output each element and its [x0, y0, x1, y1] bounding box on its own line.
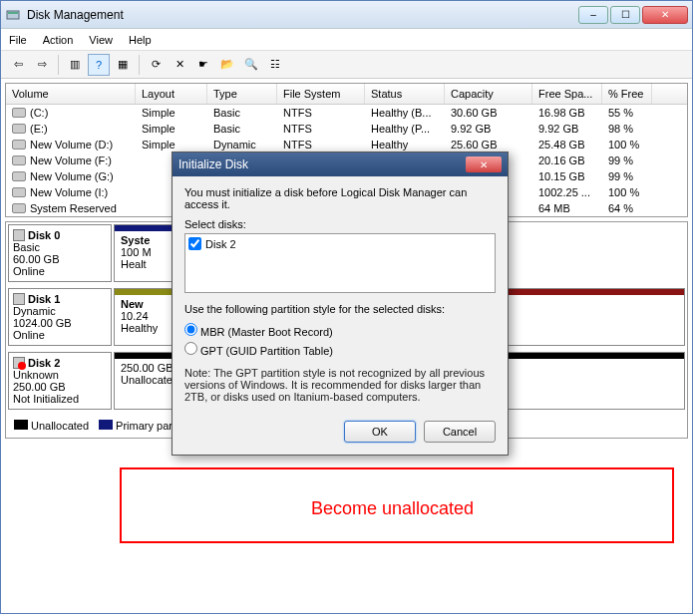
col-volume[interactable]: Volume [6, 84, 136, 104]
ok-button[interactable]: OK [344, 421, 416, 443]
close-button[interactable]: ✕ [642, 6, 688, 24]
app-icon [5, 7, 21, 23]
panel-icon[interactable]: ▥ [64, 54, 86, 76]
dialog-titlebar: Initialize Disk ✕ [173, 153, 508, 176]
menu-view[interactable]: View [89, 34, 113, 46]
gpt-radio[interactable] [184, 342, 197, 355]
list-header: Volume Layout Type File System Status Ca… [6, 84, 687, 105]
volume-row[interactable]: New Volume (D:)SimpleDynamicNTFSHealthy2… [6, 137, 687, 153]
menubar: File Action View Help [1, 29, 692, 51]
disk-info[interactable]: Disk 2Unknown250.00 GBNot Initialized [8, 352, 112, 410]
legend-unallocated: Unallocated [31, 420, 89, 432]
disk2-checkbox[interactable] [188, 237, 201, 250]
select-disks-label: Select disks: [184, 218, 496, 230]
help-icon[interactable]: ? [88, 54, 110, 76]
svg-rect-1 [8, 12, 18, 14]
dialog-intro: You must initialize a disk before Logica… [184, 186, 496, 210]
minimize-button[interactable]: – [578, 6, 608, 24]
mbr-radio-label[interactable]: MBR (Master Boot Record) [184, 321, 496, 340]
volume-icon [12, 140, 26, 150]
volume-icon [12, 171, 26, 181]
settings-icon[interactable]: ☛ [192, 54, 214, 76]
disk-icon [13, 229, 25, 241]
properties-icon[interactable]: ▦ [112, 54, 134, 76]
cancel-button[interactable]: Cancel [424, 421, 496, 443]
volume-icon [12, 203, 26, 213]
col-pct[interactable]: % Free [602, 84, 652, 104]
menu-action[interactable]: Action [43, 34, 74, 46]
dialog-close-button[interactable]: ✕ [466, 156, 502, 172]
list-icon[interactable]: ☷ [264, 54, 286, 76]
gpt-radio-label[interactable]: GPT (GUID Partition Table) [184, 340, 496, 359]
volume-icon [12, 187, 26, 197]
disk-icon [13, 293, 25, 305]
volume-icon [12, 124, 26, 134]
partition-style-label: Use the following partition style for th… [184, 303, 496, 315]
volume-icon [12, 108, 26, 118]
search-icon[interactable]: 🔍 [240, 54, 262, 76]
disk-icon [13, 357, 25, 369]
col-status[interactable]: Status [365, 84, 445, 104]
window-title: Disk Management [27, 8, 578, 22]
annotation-text: Become unallocated [311, 498, 474, 519]
dialog-note: Note: The GPT partition style is not rec… [184, 367, 496, 403]
disk-info[interactable]: Disk 1Dynamic1024.00 GBOnline [8, 288, 112, 346]
col-type[interactable]: Type [207, 84, 277, 104]
open-icon[interactable]: 📂 [216, 54, 238, 76]
volume-row[interactable]: (C:)SimpleBasicNTFSHealthy (B...30.60 GB… [6, 105, 687, 121]
partition[interactable]: New10.24Healthy [114, 288, 174, 346]
col-layout[interactable]: Layout [136, 84, 207, 104]
disks-listbox[interactable]: Disk 2 [184, 233, 496, 293]
maximize-button[interactable]: ☐ [610, 6, 640, 24]
toolbar: ⇦ ⇨ ▥ ? ▦ ⟳ ✕ ☛ 📂 🔍 ☷ [1, 51, 692, 79]
delete-icon[interactable]: ✕ [169, 54, 190, 76]
partition[interactable]: Syste100 MHealt [114, 224, 174, 282]
disk2-label: Disk 2 [205, 238, 236, 250]
initialize-disk-dialog: Initialize Disk ✕ You must initialize a … [172, 152, 509, 456]
volume-icon [12, 155, 26, 165]
titlebar: Disk Management – ☐ ✕ [1, 1, 692, 29]
disk-info[interactable]: Disk 0Basic60.00 GBOnline [8, 224, 112, 282]
menu-file[interactable]: File [9, 34, 27, 46]
volume-row[interactable]: (E:)SimpleBasicNTFSHealthy (P...9.92 GB9… [6, 121, 687, 137]
col-capacity[interactable]: Capacity [445, 84, 532, 104]
col-free[interactable]: Free Spa... [532, 84, 602, 104]
mbr-radio[interactable] [184, 323, 197, 336]
dialog-title: Initialize Disk [178, 157, 466, 171]
refresh-icon[interactable]: ⟳ [145, 54, 167, 76]
menu-help[interactable]: Help [129, 34, 152, 46]
forward-button[interactable]: ⇨ [31, 54, 53, 76]
back-button[interactable]: ⇦ [7, 54, 29, 76]
col-fs[interactable]: File System [277, 84, 365, 104]
disk-checkbox-item[interactable]: Disk 2 [188, 237, 492, 250]
